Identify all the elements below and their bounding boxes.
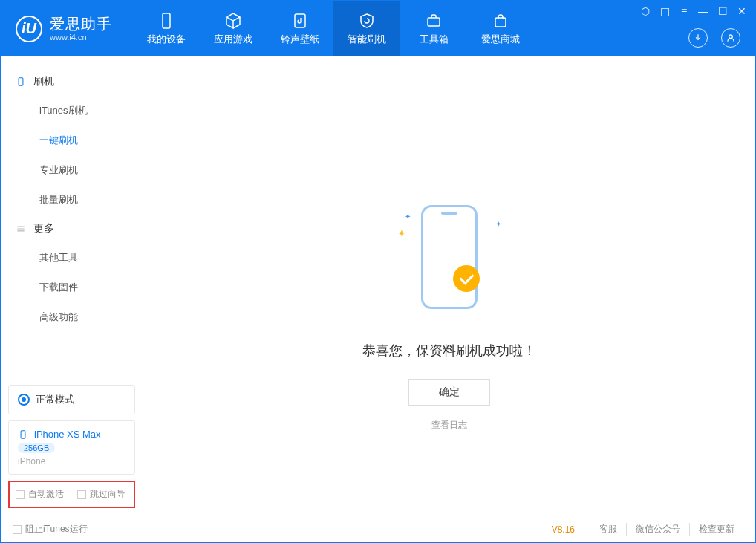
download-icon [693, 33, 703, 43]
phone-outline-icon [421, 205, 478, 309]
sidebar-item-other-tools[interactable]: 其他工具 [1, 243, 143, 273]
header-right-icons [688, 28, 740, 48]
tshirt-icon[interactable]: ⬡ [639, 5, 651, 17]
music-icon [291, 12, 309, 30]
mode-label: 正常模式 [36, 393, 74, 406]
nav-label: 智能刷机 [348, 33, 386, 46]
checkbox-auto-activate[interactable]: 自动激活 [16, 488, 64, 501]
success-message: 恭喜您，保资料刷机成功啦！ [362, 342, 536, 360]
nav-my-device[interactable]: 我的设备 [133, 1, 200, 56]
mode-indicator-icon [18, 394, 30, 406]
user-icon [726, 33, 736, 43]
checkbox-icon [77, 490, 86, 499]
checkbox-label: 阻止iTunes运行 [25, 523, 88, 536]
svg-rect-2 [428, 18, 440, 26]
nav-ringtones[interactable]: 铃声壁纸 [267, 1, 333, 56]
svg-rect-3 [495, 18, 506, 27]
sidebar-group-flash: 刷机 [1, 68, 143, 96]
list-icon [16, 224, 26, 234]
ok-button[interactable]: 确定 [408, 379, 490, 406]
refresh-shield-icon [358, 12, 376, 30]
sidebar-item-batch-flash[interactable]: 批量刷机 [1, 185, 143, 215]
sparkle-icon: ✦ [397, 227, 406, 239]
download-button[interactable] [688, 28, 708, 48]
sidebar-item-advanced[interactable]: 高级功能 [1, 302, 143, 332]
checkbox-icon [16, 490, 25, 499]
nav-label: 我的设备 [147, 33, 186, 46]
checkbox-label: 自动激活 [28, 488, 64, 501]
nav-label: 应用游戏 [214, 33, 252, 46]
app-header: iU 爱思助手 www.i4.cn 我的设备 应用游戏 铃声壁纸 智能刷机 工具… [1, 1, 755, 56]
svg-point-4 [729, 35, 733, 39]
nav-label: 爱思商城 [481, 33, 520, 46]
sparkle-icon: ✦ [405, 212, 411, 221]
group-label: 刷机 [33, 75, 54, 88]
main-content: ✦ ✦ ✦ 恭喜您，保资料刷机成功啦！ 确定 查看日志 [143, 56, 755, 516]
logo-icon: iU [16, 16, 42, 42]
bag-icon [492, 12, 509, 30]
device-capacity: 256GB [18, 443, 55, 453]
footer-wechat-link[interactable]: 微信公众号 [626, 523, 689, 536]
phone-small-icon [16, 77, 26, 87]
phone-icon [157, 12, 175, 30]
device-icon [18, 429, 28, 440]
toolbox-icon [425, 12, 443, 30]
group-label: 更多 [33, 222, 54, 235]
sidebar-item-firmware[interactable]: 下载固件 [1, 273, 143, 302]
maximize-icon[interactable]: ☐ [717, 5, 729, 17]
checkmark-badge-icon [453, 265, 480, 292]
svg-rect-1 [295, 14, 305, 27]
checkbox-icon [13, 525, 22, 534]
success-illustration: ✦ ✦ ✦ [405, 205, 494, 324]
minimize-icon[interactable]: — [697, 5, 709, 17]
nav-apps[interactable]: 应用游戏 [200, 1, 267, 56]
lock-icon[interactable]: ◫ [659, 5, 671, 17]
view-log-link[interactable]: 查看日志 [431, 419, 467, 432]
cube-icon [224, 12, 242, 30]
device-name: iPhone XS Max [34, 429, 101, 440]
app-subtitle: www.i4.cn [50, 33, 112, 42]
device-type: iPhone [18, 456, 126, 466]
footer: 阻止iTunes运行 V8.16 客服 微信公众号 检查更新 [1, 516, 755, 542]
nav-toolbox[interactable]: 工具箱 [400, 1, 467, 56]
sidebar-item-onekey-flash[interactable]: 一键刷机 [1, 126, 143, 155]
nav-flash[interactable]: 智能刷机 [333, 1, 400, 56]
version-label: V8.16 [552, 524, 575, 535]
footer-support-link[interactable]: 客服 [590, 523, 626, 536]
flash-options-row: 自动激活 跳过向导 [8, 481, 135, 508]
checkbox-skip-guide[interactable]: 跳过向导 [77, 488, 126, 501]
titlebar-controls: ⬡ ◫ ≡ — ☐ ✕ [639, 5, 748, 17]
logo: iU 爱思助手 www.i4.cn [1, 1, 126, 56]
svg-rect-0 [163, 13, 170, 28]
account-button[interactable] [721, 28, 740, 48]
device-panel[interactable]: iPhone XS Max 256GB iPhone [8, 420, 135, 475]
sidebar: 刷机 iTunes刷机 一键刷机 专业刷机 批量刷机 更多 其他工具 下载固件 … [1, 56, 143, 516]
footer-update-link[interactable]: 检查更新 [689, 523, 743, 536]
sidebar-item-itunes-flash[interactable]: iTunes刷机 [1, 96, 143, 126]
menu-icon[interactable]: ≡ [678, 5, 690, 17]
app-title: 爱思助手 [50, 15, 112, 33]
mode-panel[interactable]: 正常模式 [8, 385, 135, 414]
checkbox-label: 跳过向导 [90, 488, 126, 501]
sparkle-icon: ✦ [495, 220, 501, 228]
body-area: 刷机 iTunes刷机 一键刷机 专业刷机 批量刷机 更多 其他工具 下载固件 … [1, 56, 755, 516]
sidebar-item-pro-flash[interactable]: 专业刷机 [1, 155, 143, 185]
checkbox-block-itunes[interactable]: 阻止iTunes运行 [13, 523, 88, 536]
nav-store[interactable]: 爱思商城 [467, 1, 534, 56]
sidebar-group-more: 更多 [1, 215, 143, 243]
nav-label: 铃声壁纸 [281, 33, 319, 46]
close-icon[interactable]: ✕ [736, 5, 748, 17]
svg-rect-5 [19, 78, 23, 86]
svg-rect-6 [21, 430, 25, 438]
main-nav: 我的设备 应用游戏 铃声壁纸 智能刷机 工具箱 爱思商城 [133, 1, 534, 56]
nav-label: 工具箱 [420, 33, 449, 46]
